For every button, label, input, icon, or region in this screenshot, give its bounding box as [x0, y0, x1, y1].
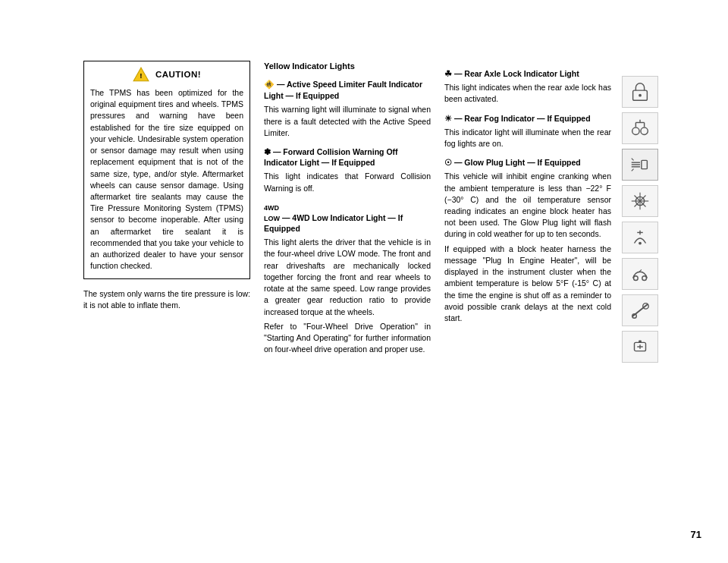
icon-box-2	[622, 112, 658, 144]
rear-axle-icon-text: ☘	[444, 69, 452, 78]
left-column: ! CAUTION! The TPMS has been optimized f…	[83, 61, 250, 533]
rear-axle-title: ☘ — Rear Axle Lock Indicator Light	[444, 68, 611, 79]
rear-fog-title: ☀ — Rear Fog Indicator — If Equipped	[444, 113, 611, 124]
active-speed-icon-text: 🚸	[264, 80, 275, 89]
glow-plug-icon-text: ☉	[444, 158, 452, 167]
caution-box: ! CAUTION! The TPMS has been optimized f…	[83, 61, 250, 279]
rear-fog-icon-text: ☀	[444, 114, 452, 123]
right-column: ☘ — Rear Axle Lock Indicator Light This …	[444, 61, 611, 533]
traction-icon	[629, 226, 651, 249]
rear-fog-body: This indicator light will illuminate whe…	[444, 127, 611, 149]
page-number: 71	[691, 529, 701, 540]
active-speed-title: 🚸 — Active Speed Limiter Fault Indicator…	[264, 79, 431, 101]
rear-axle-body: This light indicates when the rear axle …	[444, 82, 611, 105]
4wd-low-body: This light alerts the driver that the ve…	[264, 237, 431, 318]
wrench-car-icon	[629, 299, 651, 322]
svg-point-24	[633, 276, 638, 281]
svg-point-21	[639, 242, 642, 245]
4wd-icon-text: 4WDLOW	[264, 204, 280, 222]
diff-lock-icon	[629, 117, 651, 140]
glow-plug-body: This vehicle will inhibit engine crankin…	[444, 171, 611, 240]
caution-title: CAUTION!	[155, 70, 201, 79]
snowflake-engine-icon	[629, 190, 651, 212]
icon-box-1	[622, 76, 658, 108]
middle-column: Yellow Indicator Lights 🚸 — Active Speed…	[264, 61, 431, 533]
yellow-lights-title: Yellow Indicator Lights	[264, 61, 431, 71]
right-icons-column	[619, 61, 661, 533]
active-speed-body: This warning light will illuminate to si…	[264, 104, 431, 139]
forward-collision-title: ✽ — Forward Collision Warning Off Indica…	[264, 146, 431, 168]
svg-line-15	[631, 169, 633, 171]
svg-point-5	[640, 127, 647, 134]
glow-plug-title: ☉ — Glow Plug Light — If Equipped	[444, 157, 611, 168]
main-content: ! CAUTION! The TPMS has been optimized f…	[0, 0, 728, 563]
forward-collision-icon-text: ✽	[264, 147, 271, 156]
system-note-text: The system only warns the tire pressure …	[83, 288, 250, 311]
svg-rect-10	[641, 160, 647, 168]
4wd-low-title: 4WDLOW — 4WD Low Indicator Light — If Eq…	[264, 202, 431, 234]
icon-box-5	[622, 222, 658, 253]
icon-box-6	[622, 258, 658, 290]
svg-rect-30	[639, 341, 642, 343]
forward-collision-body: This light indicates that Forward Collis…	[264, 171, 431, 193]
icon-box-rear-fog	[622, 149, 658, 181]
battery-temp-icon	[629, 335, 651, 358]
icon-box-4	[622, 185, 658, 217]
caution-header: ! CAUTION!	[90, 66, 243, 83]
icon-box-8	[622, 331, 658, 363]
rear-fog-lamp-icon	[629, 153, 651, 176]
4wd-low-body2: Refer to "Four-Wheel Drive Operation" in…	[264, 321, 431, 356]
caution-triangle-icon: !	[133, 66, 149, 83]
icon-box-7	[622, 294, 658, 326]
caution-body-text: The TPMS has been optimized for the orig…	[90, 87, 243, 272]
stability-icon	[629, 263, 651, 285]
svg-point-25	[642, 276, 646, 281]
svg-line-14	[631, 159, 633, 161]
svg-text:!: !	[140, 72, 142, 80]
glow-plug-body2: If equipped with a block heater harness …	[444, 244, 611, 325]
car-lock-icon	[629, 80, 651, 103]
page-container: ! CAUTION! The TPMS has been optimized f…	[0, 0, 728, 563]
svg-point-4	[632, 127, 639, 134]
svg-point-3	[639, 94, 642, 97]
